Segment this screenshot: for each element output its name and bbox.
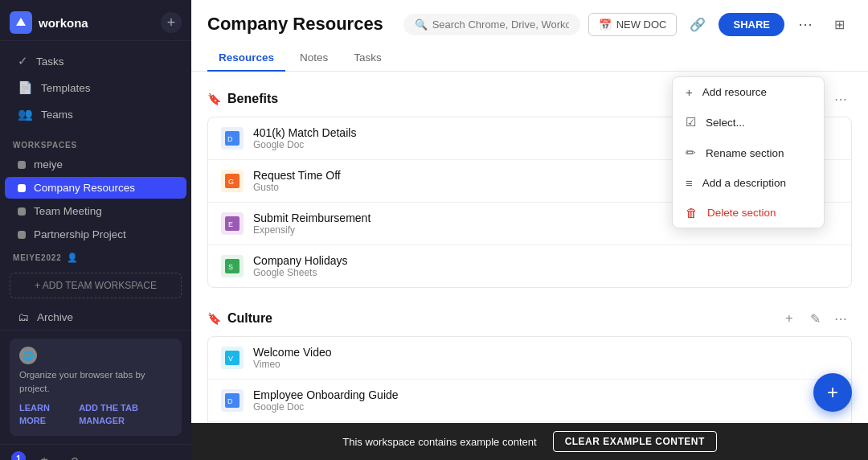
browser-promo: 🌐 Organize your browser tabs by project.…: [10, 339, 182, 436]
resource-welcome-video[interactable]: V Welcome Video Vimeo: [208, 337, 851, 380]
team-settings-icon: 👤: [67, 253, 79, 263]
tasks-icon: ✓: [18, 54, 28, 68]
clear-example-content-button[interactable]: CLEAR EXAMPLE CONTENT: [553, 431, 717, 452]
new-doc-button[interactable]: 📅 NEW DOC: [588, 13, 678, 36]
sidebar-item-teams[interactable]: 👥 Teams: [5, 101, 186, 127]
more-options-button[interactable]: ⋯: [792, 11, 818, 37]
workspace-dot: [18, 231, 26, 239]
promo-icon: 🌐: [19, 347, 37, 364]
logo-area: workona: [10, 11, 88, 34]
team-label: MEIYE2022: [13, 253, 62, 262]
sidebar-bottom-actions: 1 ⚙ ?: [0, 444, 191, 461]
context-menu: + Add resource ☑ Select... ✏ Rename sect…: [672, 76, 825, 228]
context-menu-add-description[interactable]: ≡ Add a description: [673, 168, 824, 198]
resource-icon-vimeo: V: [221, 347, 244, 369]
resource-icon-gdoc: D: [221, 127, 244, 150]
fab-button[interactable]: +: [813, 373, 852, 412]
sidebar-footer: 🌐 Organize your browser tabs by project.…: [0, 330, 191, 444]
resource-onboarding[interactable]: D Employee Onboarding Guide Google Doc: [208, 380, 851, 422]
add-team-workspace-button[interactable]: + ADD TEAM WORKSPACE: [10, 273, 182, 298]
sidebar-top: workona +: [0, 0, 191, 41]
workspace-meiye[interactable]: meiye: [5, 154, 186, 175]
main-content: Company Resources 🔍 📅 NEW DOC 🔗 SHARE ⋯ …: [191, 0, 868, 460]
promo-text: Organize your browser tabs by project.: [19, 368, 172, 396]
sidebar-item-tasks[interactable]: ✓ Tasks: [5, 48, 186, 74]
section-more-button[interactable]: ⋯: [829, 307, 852, 330]
workspace-dot-active: [18, 184, 26, 192]
section-edit-button[interactable]: ✎: [804, 307, 826, 330]
resource-holidays[interactable]: S Company Holidays Google Sheets: [208, 245, 851, 287]
bookmark-icon: 🔖: [207, 312, 221, 325]
context-menu-rename[interactable]: ✏ Rename section: [673, 138, 824, 168]
learn-more-link[interactable]: LEARN MORE: [19, 401, 71, 428]
section-culture-actions: + ✎ ⋯: [778, 307, 852, 330]
resource-icon-gusto: G: [221, 170, 244, 192]
workspace-partnership-project[interactable]: Partnership Project: [5, 224, 186, 245]
main-header-top: Company Resources 🔍 📅 NEW DOC 🔗 SHARE ⋯ …: [207, 11, 852, 37]
section-benefits-title: Benefits: [227, 92, 278, 106]
resource-icon-expensify: E: [221, 212, 244, 235]
trash-icon: 🗑: [686, 206, 698, 220]
notification-badge: 1: [11, 451, 26, 461]
section-title-area: 🔖 Benefits: [207, 92, 278, 106]
promo-links: LEARN MORE ADD THE TAB MANAGER: [19, 401, 172, 428]
add-icon: +: [686, 85, 693, 99]
workspace-meiye-label: meiye: [34, 158, 63, 170]
main-header: Company Resources 🔍 📅 NEW DOC 🔗 SHARE ⋯ …: [191, 0, 868, 72]
sidebar-item-archive[interactable]: 🗂 Archive: [5, 306, 186, 329]
svg-text:S: S: [228, 263, 233, 271]
svg-text:D: D: [227, 135, 233, 143]
section-culture-title: Culture: [227, 311, 272, 326]
section-title-area: 🔖 Culture: [207, 311, 272, 326]
search-input[interactable]: [432, 18, 569, 31]
workspaces-label: WORKSPACES: [0, 134, 191, 153]
bottom-bar-message: This workspace contains example content: [342, 436, 536, 448]
resource-source: Google Doc: [253, 401, 838, 413]
resource-source: Google Sheets: [253, 267, 838, 278]
resource-name: Company Holidays: [253, 254, 838, 267]
section-more-button[interactable]: ⋯: [829, 88, 852, 110]
tab-resources[interactable]: Resources: [207, 45, 285, 72]
workspace-partnership-project-label: Partnership Project: [34, 228, 126, 240]
sidebar-nav: ✓ Tasks 📄 Templates 👥 Teams: [0, 41, 191, 134]
help-button[interactable]: ?: [63, 451, 87, 461]
workona-logo-icon: [10, 11, 32, 34]
grid-view-button[interactable]: ⊞: [826, 11, 852, 37]
search-bar: 🔍: [403, 14, 580, 35]
team-header: MEIYE2022 👤: [0, 246, 191, 266]
bookmark-icon: 🔖: [207, 92, 221, 105]
tasks-label: Tasks: [36, 55, 64, 68]
search-icon: 🔍: [415, 18, 428, 31]
section-culture-header: 🔖 Culture + ✎ ⋯: [207, 307, 852, 330]
add-workspace-button[interactable]: +: [161, 12, 182, 33]
workspace-dot: [18, 207, 26, 216]
select-icon: ☑: [686, 115, 696, 129]
new-doc-label: NEW DOC: [616, 18, 667, 31]
svg-marker-0: [16, 18, 26, 26]
workspace-company-resources[interactable]: Company Resources: [5, 177, 186, 199]
teams-icon: 👥: [18, 107, 33, 121]
tab-tasks[interactable]: Tasks: [342, 45, 393, 72]
page-title: Company Resources: [207, 14, 383, 35]
description-icon: ≡: [686, 176, 693, 190]
context-menu-add-resource[interactable]: + Add resource: [673, 77, 824, 107]
context-menu-select[interactable]: ☑ Select...: [673, 107, 824, 138]
section-add-button[interactable]: +: [778, 307, 800, 330]
link-button[interactable]: 🔗: [685, 11, 710, 37]
workspace-company-resources-label: Company Resources: [34, 182, 135, 194]
context-menu-delete[interactable]: 🗑 Delete section: [673, 198, 824, 228]
tab-notes[interactable]: Notes: [289, 45, 339, 72]
sidebar-item-templates[interactable]: 📄 Templates: [5, 75, 186, 101]
resource-name: Welcome Video: [253, 346, 838, 359]
new-doc-icon: 📅: [599, 18, 612, 31]
svg-text:D: D: [227, 397, 233, 405]
workspace-team-meeting[interactable]: Team Meeting: [5, 200, 186, 222]
resource-info: Company Holidays Google Sheets: [253, 254, 838, 278]
context-add-label: Add resource: [702, 86, 767, 98]
share-button[interactable]: SHARE: [719, 13, 784, 36]
settings-button[interactable]: ⚙: [32, 451, 56, 461]
teams-label: Teams: [41, 109, 73, 121]
bottom-bar: This workspace contains example content …: [191, 423, 868, 460]
add-tab-manager-link[interactable]: ADD THE TAB MANAGER: [79, 401, 172, 428]
templates-icon: 📄: [18, 80, 33, 95]
